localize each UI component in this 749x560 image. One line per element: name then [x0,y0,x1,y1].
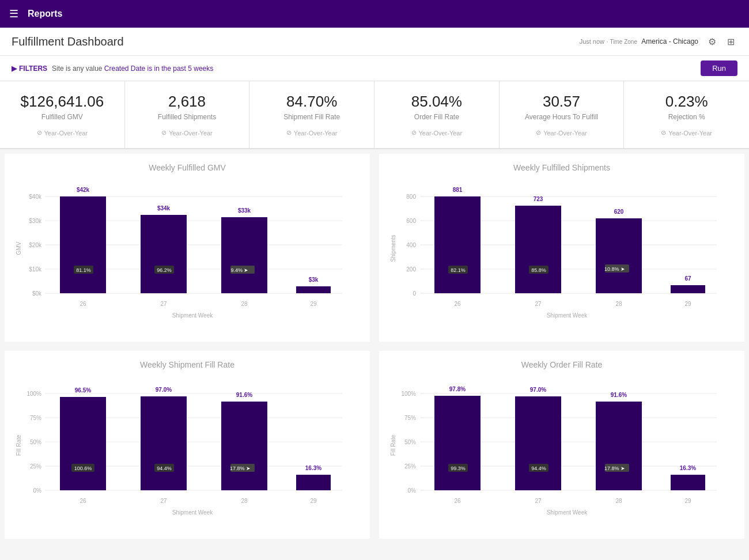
svg-text:28: 28 [615,301,622,307]
svg-text:28: 28 [241,498,248,504]
yoy-icon-4: ⊘ [411,129,417,137]
svg-text:28: 28 [615,498,622,504]
svg-text:400: 400 [406,242,416,248]
svg-text:27: 27 [535,498,542,504]
chart-order-fill-container: 100% 75% 50% 25% 0% Fill Rate 97.8% 97.0… [388,376,735,534]
bar-sfr-28 [221,402,267,490]
chart-shipments-container: 800 600 400 200 0 Shipments 881 723 620 [388,179,735,337]
svg-text:100%: 100% [27,391,41,397]
kpi-label-sfr: Shipment Fill Rate [259,113,365,121]
svg-text:96.2%: 96.2% [157,267,172,273]
chart-order-fill-svg: 100% 75% 50% 25% 0% Fill Rate 97.8% 97.0… [388,376,722,532]
run-button[interactable]: Run [701,60,737,76]
bar-ship-29 [671,285,705,293]
filter-bar: ▶ FILTERS Site is any value Created Date… [0,56,749,81]
chart-order-fill: Weekly Order Fill Rate 100% 75% 50% 25% … [379,351,744,539]
header-right: Just now · Time Zone America - Chicago ⚙… [580,35,737,48]
kpi-value-shipments: 2,618 [134,93,240,111]
svg-text:97.8%: 97.8% [449,386,466,392]
svg-text:17.8% ➤: 17.8% ➤ [604,466,625,471]
svg-text:$30k: $30k [29,218,42,224]
kpi-fulfilled-shipments: 2,618 Fulfilled Shipments ⊘ Year-Over-Ye… [125,81,250,148]
svg-text:50%: 50% [30,439,41,445]
svg-text:91.6%: 91.6% [236,392,252,398]
kpi-value-ofr: 85.04% [384,93,490,111]
svg-text:$3k: $3k [309,277,319,283]
filter-arrow-icon: ▶ [12,65,17,73]
bar-gmv-27 [141,215,187,293]
hamburger-menu-icon[interactable]: ☰ [9,7,18,20]
bar-sfr-27 [141,396,187,490]
svg-text:10.8% ➤: 10.8% ➤ [604,266,625,272]
site-filter-text: Site is any value Created Date is in the… [52,65,213,73]
svg-text:Shipment Week: Shipment Week [547,312,588,319]
yoy-icon-3: ⊘ [286,129,292,137]
kpi-value-rejection: 0.23% [633,93,740,111]
yoy-icon-5: ⊘ [536,129,541,137]
grid-icon[interactable]: ⊞ [724,35,737,48]
svg-text:81.1%: 81.1% [76,267,91,273]
kpi-label-gmv: Fulfilled GMV [9,113,115,121]
svg-text:29: 29 [310,498,317,504]
svg-text:29: 29 [684,498,691,504]
svg-text:$33k: $33k [238,207,251,214]
svg-text:620: 620 [614,209,624,215]
svg-text:27: 27 [160,301,167,307]
kpi-fulfilled-gmv: $126,641.06 Fulfilled GMV ⊘ Year-Over-Ye… [0,81,125,148]
settings-icon[interactable]: ⚙ [705,35,719,48]
svg-text:75%: 75% [404,415,416,421]
nav-title: Reports [28,9,62,19]
svg-text:26: 26 [454,301,461,307]
kpi-order-fill-rate: 85.04% Order Fill Rate ⊘ Year-Over-Year [374,81,500,148]
chart-gmv-svg: $40k $30k $20k $10k $0k GMV $42k $34k $3… [14,179,348,335]
svg-text:Fill Rate: Fill Rate [390,434,396,456]
svg-text:27: 27 [535,301,542,307]
header-icons: ⚙ ⊞ [705,35,737,48]
yoy-icon: ⊘ [37,129,42,137]
svg-text:881: 881 [453,187,463,193]
chart-order-fill-title: Weekly Order Fill Rate [388,360,735,369]
kpi-shipment-fill-rate: 84.70% Shipment Fill Rate ⊘ Year-Over-Ye… [249,81,374,148]
svg-text:100.6%: 100.6% [74,466,92,471]
svg-text:82.1%: 82.1% [451,267,466,273]
svg-text:97.0%: 97.0% [530,387,546,393]
kpi-value-sfr: 84.70% [259,93,365,111]
svg-text:28: 28 [241,301,248,307]
chart-shipments-svg: 800 600 400 200 0 Shipments 881 723 620 [388,179,722,335]
yoy-icon-6: ⊘ [661,129,666,137]
kpi-rejection: 0.23% Rejection % ⊘ Year-Over-Year [624,81,749,148]
kpi-yoy-sfr: ⊘ Year-Over-Year [259,129,365,137]
bar-ofr-28 [596,402,642,490]
timestamp: Just now · Time Zone America - Chicago [580,37,698,46]
kpi-yoy-hours: ⊘ Year-Over-Year [509,129,615,137]
svg-text:25%: 25% [30,463,41,470]
svg-text:200: 200 [406,266,416,273]
svg-text:Shipment Week: Shipment Week [547,509,588,516]
svg-text:Shipment Week: Shipment Week [172,509,213,516]
bar-sfr-26 [60,397,106,490]
chart-shipments: Weekly Fulfilled Shipments 800 600 400 2… [379,154,744,342]
svg-text:26: 26 [80,498,86,504]
svg-text:67: 67 [684,275,691,282]
chart-fill-rate-svg: 100% 75% 50% 25% 0% Fill Rate 96.5% 97.0… [14,376,348,532]
svg-text:$40k: $40k [29,194,42,200]
svg-text:600: 600 [406,218,416,224]
kpi-yoy-shipments: ⊘ Year-Over-Year [134,129,240,137]
chart-gmv-container: $40k $30k $20k $10k $0k GMV $42k $34k $3… [14,179,361,337]
chart-fill-rate-title: Weekly Shipment Fill Rate [14,360,361,369]
chart-shipments-title: Weekly Fulfilled Shipments [388,163,735,172]
svg-text:Shipments: Shipments [390,235,396,262]
filter-toggle[interactable]: ▶ FILTERS [12,65,47,73]
bar-ofr-27 [515,396,561,490]
kpi-value-hours: 30.57 [509,93,615,111]
filter-left: ▶ FILTERS Site is any value Created Date… [12,65,213,73]
svg-text:29: 29 [310,301,317,307]
kpi-label-shipments: Fulfilled Shipments [134,113,240,121]
svg-text:75%: 75% [30,415,41,421]
page-header: Fulfillment Dashboard Just now · Time Zo… [0,28,749,56]
svg-text:Shipment Week: Shipment Week [172,312,213,319]
timezone-value: America - Chicago [641,37,698,46]
kpi-label-rejection: Rejection % [633,113,740,121]
svg-text:$10k: $10k [29,266,42,273]
svg-text:91.6%: 91.6% [611,392,627,398]
